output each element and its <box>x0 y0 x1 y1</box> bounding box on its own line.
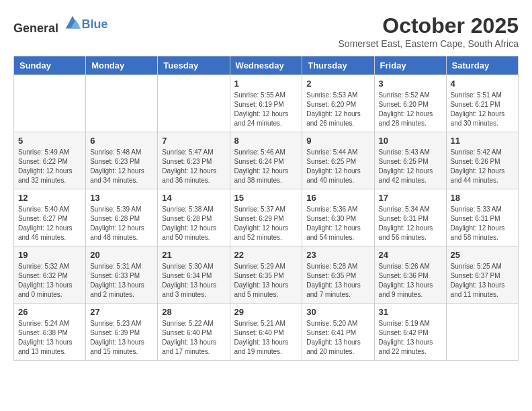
calendar-cell: 27Sunrise: 5:23 AMSunset: 6:39 PMDayligh… <box>86 304 158 361</box>
calendar-cell: 7Sunrise: 5:47 AMSunset: 6:23 PMDaylight… <box>158 132 230 189</box>
day-info: Sunrise: 5:23 AMSunset: 6:39 PMDaylight:… <box>90 319 153 357</box>
day-info: Sunrise: 5:26 AMSunset: 6:36 PMDaylight:… <box>379 262 442 300</box>
day-number: 11 <box>451 136 514 146</box>
calendar-cell <box>446 304 518 361</box>
day-info: Sunrise: 5:37 AMSunset: 6:29 PMDaylight:… <box>234 205 298 242</box>
day-info: Sunrise: 5:30 AMSunset: 6:34 PMDaylight:… <box>162 262 225 300</box>
day-info: Sunrise: 5:52 AMSunset: 6:20 PMDaylight:… <box>379 91 442 128</box>
day-number: 7 <box>162 136 225 146</box>
day-info: Sunrise: 5:36 AMSunset: 6:30 PMDaylight:… <box>306 205 369 242</box>
calendar-cell: 28Sunrise: 5:22 AMSunset: 6:40 PMDayligh… <box>158 304 230 361</box>
day-number: 10 <box>379 136 442 146</box>
day-number: 21 <box>162 250 225 260</box>
day-number: 17 <box>379 193 442 203</box>
day-info: Sunrise: 5:47 AMSunset: 6:23 PMDaylight:… <box>162 148 225 185</box>
col-tuesday: Tuesday <box>158 56 230 75</box>
day-number: 5 <box>18 136 81 146</box>
day-number: 31 <box>379 307 442 317</box>
calendar-cell: 24Sunrise: 5:26 AMSunset: 6:36 PMDayligh… <box>374 246 446 304</box>
logo-icon <box>63 13 82 32</box>
calendar-cell: 21Sunrise: 5:30 AMSunset: 6:34 PMDayligh… <box>158 246 230 304</box>
day-number: 3 <box>379 79 442 89</box>
day-info: Sunrise: 5:40 AMSunset: 6:27 PMDaylight:… <box>18 205 81 242</box>
day-info: Sunrise: 5:43 AMSunset: 6:25 PMDaylight:… <box>379 148 442 185</box>
calendar-cell: 10Sunrise: 5:43 AMSunset: 6:25 PMDayligh… <box>374 132 446 189</box>
day-info: Sunrise: 5:28 AMSunset: 6:35 PMDaylight:… <box>306 262 369 300</box>
day-info: Sunrise: 5:22 AMSunset: 6:40 PMDaylight:… <box>162 319 225 357</box>
calendar-cell: 17Sunrise: 5:34 AMSunset: 6:31 PMDayligh… <box>374 189 446 246</box>
day-info: Sunrise: 5:24 AMSunset: 6:38 PMDaylight:… <box>18 319 81 357</box>
calendar-week-1: 1Sunrise: 5:55 AMSunset: 6:19 PMDaylight… <box>14 75 519 132</box>
calendar-cell: 6Sunrise: 5:48 AMSunset: 6:23 PMDaylight… <box>86 132 158 189</box>
day-number: 30 <box>306 307 369 317</box>
calendar-cell <box>158 75 230 132</box>
calendar-cell: 11Sunrise: 5:42 AMSunset: 6:26 PMDayligh… <box>446 132 518 189</box>
day-info: Sunrise: 5:48 AMSunset: 6:23 PMDaylight:… <box>90 148 153 185</box>
calendar-table: Sunday Monday Tuesday Wednesday Thursday… <box>13 56 519 361</box>
day-info: Sunrise: 5:51 AMSunset: 6:21 PMDaylight:… <box>451 91 514 128</box>
day-number: 18 <box>451 193 514 203</box>
page-header: General Blue October 2025 Somerset East,… <box>13 13 519 49</box>
calendar-cell: 5Sunrise: 5:49 AMSunset: 6:22 PMDaylight… <box>14 132 86 189</box>
day-number: 16 <box>306 193 369 203</box>
day-info: Sunrise: 5:32 AMSunset: 6:32 PMDaylight:… <box>18 262 81 300</box>
col-saturday: Saturday <box>446 56 518 75</box>
calendar-cell: 23Sunrise: 5:28 AMSunset: 6:35 PMDayligh… <box>302 246 374 304</box>
calendar-cell: 14Sunrise: 5:38 AMSunset: 6:28 PMDayligh… <box>158 189 230 246</box>
day-number: 4 <box>451 79 514 89</box>
calendar-cell: 16Sunrise: 5:36 AMSunset: 6:30 PMDayligh… <box>302 189 374 246</box>
calendar-week-3: 12Sunrise: 5:40 AMSunset: 6:27 PMDayligh… <box>14 189 519 246</box>
day-info: Sunrise: 5:20 AMSunset: 6:41 PMDaylight:… <box>306 319 369 357</box>
day-number: 1 <box>234 79 298 89</box>
month-title: October 2025 <box>339 13 519 38</box>
day-info: Sunrise: 5:29 AMSunset: 6:35 PMDaylight:… <box>234 262 298 300</box>
day-number: 27 <box>90 307 153 317</box>
day-info: Sunrise: 5:21 AMSunset: 6:40 PMDaylight:… <box>234 319 298 357</box>
calendar-cell: 13Sunrise: 5:39 AMSunset: 6:28 PMDayligh… <box>86 189 158 246</box>
calendar-cell: 26Sunrise: 5:24 AMSunset: 6:38 PMDayligh… <box>14 304 86 361</box>
col-friday: Friday <box>374 56 446 75</box>
day-number: 2 <box>306 79 369 89</box>
day-number: 22 <box>234 250 298 260</box>
day-info: Sunrise: 5:25 AMSunset: 6:37 PMDaylight:… <box>451 262 514 300</box>
day-info: Sunrise: 5:53 AMSunset: 6:20 PMDaylight:… <box>306 91 369 128</box>
day-number: 24 <box>379 250 442 260</box>
day-info: Sunrise: 5:49 AMSunset: 6:22 PMDaylight:… <box>18 148 81 185</box>
day-info: Sunrise: 5:38 AMSunset: 6:28 PMDaylight:… <box>162 205 225 242</box>
day-number: 23 <box>306 250 369 260</box>
calendar-week-2: 5Sunrise: 5:49 AMSunset: 6:22 PMDaylight… <box>14 132 519 189</box>
day-info: Sunrise: 5:42 AMSunset: 6:26 PMDaylight:… <box>451 148 514 185</box>
day-number: 15 <box>234 193 298 203</box>
day-info: Sunrise: 5:46 AMSunset: 6:24 PMDaylight:… <box>234 148 298 185</box>
day-info: Sunrise: 5:39 AMSunset: 6:28 PMDaylight:… <box>90 205 153 242</box>
day-info: Sunrise: 5:33 AMSunset: 6:31 PMDaylight:… <box>451 205 514 242</box>
day-info: Sunrise: 5:55 AMSunset: 6:19 PMDaylight:… <box>234 91 298 128</box>
day-number: 13 <box>90 193 153 203</box>
calendar-cell: 4Sunrise: 5:51 AMSunset: 6:21 PMDaylight… <box>446 75 518 132</box>
logo-blue-text: Blue <box>82 17 108 31</box>
calendar-cell: 15Sunrise: 5:37 AMSunset: 6:29 PMDayligh… <box>230 189 302 246</box>
col-sunday: Sunday <box>14 56 86 75</box>
day-info: Sunrise: 5:44 AMSunset: 6:25 PMDaylight:… <box>306 148 369 185</box>
location-title: Somerset East, Eastern Cape, South Afric… <box>339 38 519 49</box>
calendar-cell: 25Sunrise: 5:25 AMSunset: 6:37 PMDayligh… <box>446 246 518 304</box>
day-number: 14 <box>162 193 225 203</box>
calendar-cell: 20Sunrise: 5:31 AMSunset: 6:33 PMDayligh… <box>86 246 158 304</box>
day-number: 19 <box>18 250 81 260</box>
day-number: 28 <box>162 307 225 317</box>
day-number: 26 <box>18 307 81 317</box>
calendar-cell: 31Sunrise: 5:19 AMSunset: 6:42 PMDayligh… <box>374 304 446 361</box>
day-number: 20 <box>90 250 153 260</box>
calendar-cell: 19Sunrise: 5:32 AMSunset: 6:32 PMDayligh… <box>14 246 86 304</box>
calendar-cell: 12Sunrise: 5:40 AMSunset: 6:27 PMDayligh… <box>14 189 86 246</box>
calendar-cell: 1Sunrise: 5:55 AMSunset: 6:19 PMDaylight… <box>230 75 302 132</box>
calendar-cell: 2Sunrise: 5:53 AMSunset: 6:20 PMDaylight… <box>302 75 374 132</box>
day-info: Sunrise: 5:34 AMSunset: 6:31 PMDaylight:… <box>379 205 442 242</box>
logo-general-text: General <box>13 21 58 35</box>
day-number: 9 <box>306 136 369 146</box>
day-number: 25 <box>451 250 514 260</box>
col-wednesday: Wednesday <box>230 56 302 75</box>
calendar-header-row: Sunday Monday Tuesday Wednesday Thursday… <box>14 56 519 75</box>
calendar-cell: 29Sunrise: 5:21 AMSunset: 6:40 PMDayligh… <box>230 304 302 361</box>
logo: General Blue <box>13 13 108 36</box>
